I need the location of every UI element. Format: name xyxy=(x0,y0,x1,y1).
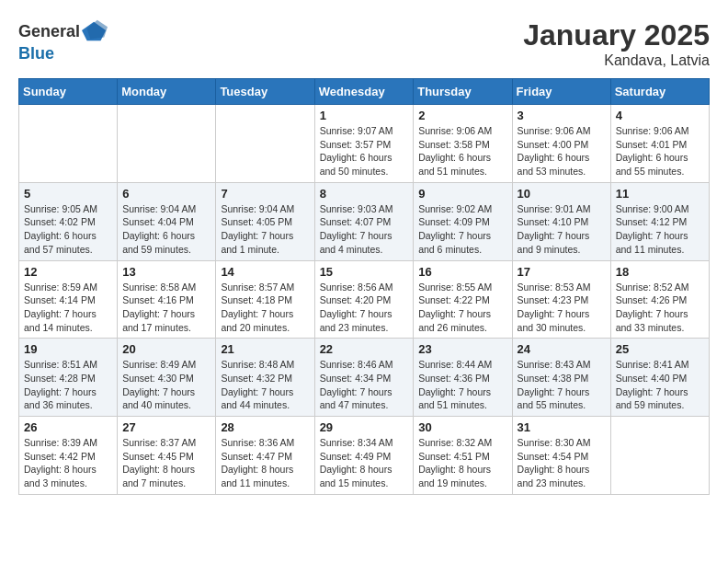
day-content: Sunrise: 9:04 AMSunset: 4:04 PMDaylight:… xyxy=(122,202,210,257)
calendar-cell xyxy=(19,105,118,183)
day-content: Sunrise: 8:59 AMSunset: 4:14 PMDaylight:… xyxy=(24,281,112,335)
day-content: Sunrise: 9:06 AMSunset: 4:01 PMDaylight:… xyxy=(616,124,704,178)
day-content: Sunrise: 8:46 AMSunset: 4:34 PMDaylight:… xyxy=(320,358,409,412)
day-content: Sunrise: 9:00 AMSunset: 4:12 PMDaylight:… xyxy=(616,202,704,257)
calendar-cell: 13Sunrise: 8:58 AMSunset: 4:16 PMDayligh… xyxy=(118,260,216,339)
week-row-1: 1Sunrise: 9:07 AMSunset: 3:57 PMDaylight… xyxy=(19,105,710,183)
day-content: Sunrise: 8:43 AMSunset: 4:38 PMDaylight:… xyxy=(518,358,606,412)
day-number: 28 xyxy=(221,420,309,434)
day-number: 2 xyxy=(418,109,506,122)
calendar-cell: 14Sunrise: 8:57 AMSunset: 4:18 PMDayligh… xyxy=(216,260,314,339)
calendar-cell: 6Sunrise: 9:04 AMSunset: 4:04 PMDaylight… xyxy=(118,182,216,260)
calendar-cell: 1Sunrise: 9:07 AMSunset: 3:57 PMDaylight… xyxy=(314,105,414,183)
day-number: 7 xyxy=(221,187,309,201)
day-number: 18 xyxy=(616,265,704,279)
day-number: 8 xyxy=(320,187,409,201)
weekday-header-sunday: Sunday xyxy=(19,79,118,105)
svg-marker-1 xyxy=(87,20,108,40)
logo: General Blue xyxy=(18,18,108,63)
day-content: Sunrise: 9:05 AMSunset: 4:02 PMDaylight:… xyxy=(24,202,112,257)
day-number: 13 xyxy=(122,265,210,279)
day-content: Sunrise: 8:39 AMSunset: 4:42 PMDaylight:… xyxy=(24,436,112,490)
day-number: 19 xyxy=(24,342,112,356)
calendar-cell: 27Sunrise: 8:37 AMSunset: 4:45 PMDayligh… xyxy=(118,417,216,495)
day-number: 31 xyxy=(518,420,606,434)
logo-general-text: General xyxy=(18,22,80,41)
day-number: 16 xyxy=(418,265,506,279)
day-content: Sunrise: 8:57 AMSunset: 4:18 PMDaylight:… xyxy=(221,281,309,335)
day-content: Sunrise: 8:58 AMSunset: 4:16 PMDaylight:… xyxy=(122,281,210,335)
calendar-cell: 25Sunrise: 8:41 AMSunset: 4:40 PMDayligh… xyxy=(610,339,709,417)
day-content: Sunrise: 8:41 AMSunset: 4:40 PMDaylight:… xyxy=(616,358,704,412)
weekday-header-monday: Monday xyxy=(118,79,216,105)
day-number: 15 xyxy=(320,265,409,279)
day-content: Sunrise: 9:04 AMSunset: 4:05 PMDaylight:… xyxy=(221,202,309,257)
calendar-cell: 5Sunrise: 9:05 AMSunset: 4:02 PMDaylight… xyxy=(19,182,118,260)
calendar-cell xyxy=(118,105,216,183)
calendar-cell: 16Sunrise: 8:55 AMSunset: 4:22 PMDayligh… xyxy=(414,260,512,339)
day-number: 21 xyxy=(221,342,309,356)
calendar-cell: 11Sunrise: 9:00 AMSunset: 4:12 PMDayligh… xyxy=(610,182,709,260)
calendar-table: SundayMondayTuesdayWednesdayThursdayFrid… xyxy=(18,78,710,495)
day-number: 22 xyxy=(320,342,409,356)
page-header: General Blue January 2025 Kandava, Latvi… xyxy=(18,18,710,69)
day-content: Sunrise: 8:52 AMSunset: 4:26 PMDaylight:… xyxy=(616,281,704,335)
weekday-header-thursday: Thursday xyxy=(414,79,512,105)
calendar-cell: 2Sunrise: 9:06 AMSunset: 3:58 PMDaylight… xyxy=(414,105,512,183)
calendar-cell: 23Sunrise: 8:44 AMSunset: 4:36 PMDayligh… xyxy=(414,339,512,417)
day-content: Sunrise: 8:32 AMSunset: 4:51 PMDaylight:… xyxy=(418,436,506,490)
calendar-cell: 12Sunrise: 8:59 AMSunset: 4:14 PMDayligh… xyxy=(19,260,118,339)
weekday-header-row: SundayMondayTuesdayWednesdayThursdayFrid… xyxy=(19,79,710,105)
calendar-cell: 29Sunrise: 8:34 AMSunset: 4:49 PMDayligh… xyxy=(314,417,414,495)
week-row-4: 19Sunrise: 8:51 AMSunset: 4:28 PMDayligh… xyxy=(19,339,710,417)
day-number: 14 xyxy=(221,265,309,279)
day-content: Sunrise: 9:07 AMSunset: 3:57 PMDaylight:… xyxy=(320,124,409,178)
calendar-cell: 15Sunrise: 8:56 AMSunset: 4:20 PMDayligh… xyxy=(314,260,414,339)
day-number: 23 xyxy=(418,342,506,356)
month-title: January 2025 xyxy=(523,18,710,52)
location-title: Kandava, Latvia xyxy=(523,52,710,69)
day-number: 4 xyxy=(616,109,704,122)
day-content: Sunrise: 8:44 AMSunset: 4:36 PMDaylight:… xyxy=(418,358,506,412)
day-content: Sunrise: 9:06 AMSunset: 3:58 PMDaylight:… xyxy=(418,124,506,178)
day-number: 6 xyxy=(122,187,210,201)
day-content: Sunrise: 9:06 AMSunset: 4:00 PMDaylight:… xyxy=(518,124,606,178)
day-content: Sunrise: 9:03 AMSunset: 4:07 PMDaylight:… xyxy=(320,202,409,257)
calendar-cell: 17Sunrise: 8:53 AMSunset: 4:23 PMDayligh… xyxy=(512,260,610,339)
weekday-header-wednesday: Wednesday xyxy=(314,79,414,105)
day-number: 25 xyxy=(616,342,704,356)
day-number: 26 xyxy=(24,420,112,434)
day-number: 5 xyxy=(24,187,112,201)
day-content: Sunrise: 8:34 AMSunset: 4:49 PMDaylight:… xyxy=(320,436,409,490)
calendar-cell: 21Sunrise: 8:48 AMSunset: 4:32 PMDayligh… xyxy=(216,339,314,417)
weekday-header-tuesday: Tuesday xyxy=(216,79,314,105)
calendar-cell: 20Sunrise: 8:49 AMSunset: 4:30 PMDayligh… xyxy=(118,339,216,417)
day-number: 29 xyxy=(320,420,409,434)
day-content: Sunrise: 8:48 AMSunset: 4:32 PMDaylight:… xyxy=(221,358,309,412)
day-number: 17 xyxy=(518,265,606,279)
day-number: 3 xyxy=(518,109,606,122)
calendar-cell: 9Sunrise: 9:02 AMSunset: 4:09 PMDaylight… xyxy=(414,182,512,260)
day-content: Sunrise: 8:56 AMSunset: 4:20 PMDaylight:… xyxy=(320,281,409,335)
calendar-cell: 4Sunrise: 9:06 AMSunset: 4:01 PMDaylight… xyxy=(610,105,709,183)
day-number: 20 xyxy=(122,342,210,356)
calendar-cell: 24Sunrise: 8:43 AMSunset: 4:38 PMDayligh… xyxy=(512,339,610,417)
logo-blue-text: Blue xyxy=(18,44,54,63)
calendar-cell: 8Sunrise: 9:03 AMSunset: 4:07 PMDaylight… xyxy=(314,182,414,260)
calendar-cell: 28Sunrise: 8:36 AMSunset: 4:47 PMDayligh… xyxy=(216,417,314,495)
day-content: Sunrise: 9:02 AMSunset: 4:09 PMDaylight:… xyxy=(418,202,506,257)
day-number: 9 xyxy=(418,187,506,201)
weekday-header-saturday: Saturday xyxy=(610,79,709,105)
day-content: Sunrise: 8:30 AMSunset: 4:54 PMDaylight:… xyxy=(518,436,606,490)
day-content: Sunrise: 8:36 AMSunset: 4:47 PMDaylight:… xyxy=(221,436,309,490)
day-content: Sunrise: 8:37 AMSunset: 4:45 PMDaylight:… xyxy=(122,436,210,490)
day-number: 11 xyxy=(616,187,704,201)
logo-icon xyxy=(82,18,108,44)
calendar-cell xyxy=(216,105,314,183)
calendar-cell xyxy=(610,417,709,495)
weekday-header-friday: Friday xyxy=(512,79,610,105)
title-section: January 2025 Kandava, Latvia xyxy=(523,18,710,69)
day-number: 10 xyxy=(518,187,606,201)
day-number: 27 xyxy=(122,420,210,434)
calendar-cell: 3Sunrise: 9:06 AMSunset: 4:00 PMDaylight… xyxy=(512,105,610,183)
